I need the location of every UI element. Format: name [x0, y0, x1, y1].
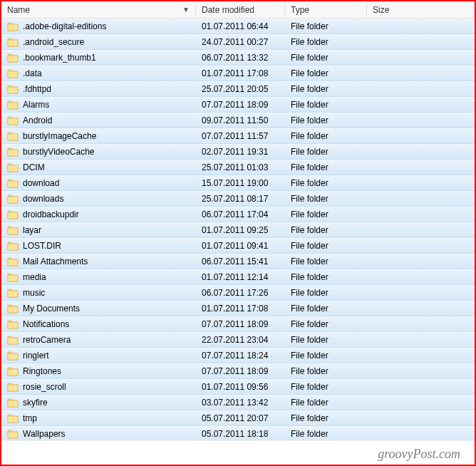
folder-icon [7, 100, 19, 110]
table-row[interactable]: layar01.07.2011 09:25File folder [1, 222, 475, 238]
table-row[interactable]: Notifications07.07.2011 18:09File folder [1, 316, 475, 332]
file-name: Alarms [23, 100, 49, 110]
file-name: layar [23, 225, 41, 235]
table-row[interactable]: Alarms07.07.2011 18:09File folder [1, 97, 475, 113]
file-name-cell: skyfire [1, 398, 196, 408]
table-row[interactable]: Wallpapers05.07.2011 18:18File folder [1, 426, 475, 440]
file-date-cell: 07.07.2011 11:57 [196, 131, 285, 141]
file-name-cell: burstlyVideoCache [1, 147, 196, 157]
file-name-cell: .android_secure [1, 37, 196, 47]
file-date-cell: 01.07.2011 09:41 [196, 241, 285, 251]
folder-icon [7, 68, 19, 78]
folder-icon [7, 413, 19, 423]
file-name: Notifications [23, 319, 69, 329]
table-row[interactable]: LOST.DIR01.07.2011 09:41File folder [1, 238, 475, 254]
file-name-cell: Wallpapers [1, 429, 196, 439]
file-name: Wallpapers [23, 429, 66, 439]
folder-icon [7, 351, 19, 361]
table-row[interactable]: .adobe-digital-editions01.07.2011 06:44F… [1, 19, 475, 34]
table-row[interactable]: .data01.07.2011 17:08File folder [1, 66, 475, 81]
file-name: Ringtones [23, 366, 61, 376]
file-name: Android [23, 115, 52, 125]
table-row[interactable]: .fdhttpd25.07.2011 20:05File folder [1, 81, 475, 97]
folder-icon [7, 194, 19, 204]
file-date-cell: 01.07.2011 17:08 [196, 68, 285, 78]
folder-icon [7, 53, 19, 63]
file-name: .data [23, 68, 42, 78]
file-type-cell: File folder [285, 84, 367, 94]
column-header-date[interactable]: Date modified [196, 2, 285, 18]
table-row[interactable]: Mail Attachments06.07.2011 15:41File fol… [1, 254, 475, 269]
table-row[interactable]: My Documents01.07.2011 17:08File folder [1, 301, 475, 316]
file-name-cell: retroCamera [1, 335, 196, 345]
table-row[interactable]: burstlyVideoCache02.07.2011 19:31File fo… [1, 144, 475, 160]
column-header-size[interactable]: Size [367, 2, 475, 18]
folder-icon [7, 162, 19, 172]
file-name: retroCamera [23, 335, 71, 345]
column-header-row: Name ▼ Date modified Type Size [1, 1, 475, 19]
file-type-cell: File folder [285, 147, 367, 157]
table-row[interactable]: tmp05.07.2011 20:07File folder [1, 410, 475, 426]
watermark: groovyPost.com [1, 440, 475, 465]
file-list: .adobe-digital-editions01.07.2011 06:44F… [1, 19, 475, 440]
file-name-cell: download [1, 178, 196, 188]
table-row[interactable]: .bookmark_thumb106.07.2011 13:32File fol… [1, 50, 475, 66]
file-name-cell: tmp [1, 413, 196, 423]
file-type-cell: File folder [285, 225, 367, 235]
table-row[interactable]: .android_secure24.07.2011 00:27File fold… [1, 34, 475, 50]
table-row[interactable]: DCIM25.07.2011 01:03File folder [1, 160, 475, 175]
file-date-cell: 03.07.2011 13:42 [196, 398, 285, 408]
table-row[interactable]: retroCamera22.07.2011 23:04File folder [1, 332, 475, 348]
file-type-cell: File folder [285, 131, 367, 141]
table-row[interactable]: burstlyImageCache07.07.2011 11:57File fo… [1, 128, 475, 144]
folder-icon [7, 429, 19, 439]
table-row[interactable]: Ringtones07.07.2011 18:09File folder [1, 363, 475, 379]
folder-icon [7, 225, 19, 235]
file-name-cell: Notifications [1, 319, 196, 329]
table-row[interactable]: rosie_scroll01.07.2011 09:56File folder [1, 379, 475, 395]
table-row[interactable]: ringlert07.07.2011 18:24File folder [1, 348, 475, 363]
column-label: Type [291, 5, 309, 15]
file-date-cell: 01.07.2011 17:08 [196, 304, 285, 314]
file-name-cell: music [1, 288, 196, 298]
folder-icon [7, 178, 19, 188]
file-type-cell: File folder [285, 319, 367, 329]
table-row[interactable]: droidbackupdir06.07.2011 17:04File folde… [1, 207, 475, 222]
file-type-cell: File folder [285, 272, 367, 282]
file-date-cell: 02.07.2011 19:31 [196, 147, 285, 157]
table-row[interactable]: media01.07.2011 12:14File folder [1, 269, 475, 285]
file-name-cell: .adobe-digital-editions [1, 21, 196, 31]
file-name-cell: droidbackupdir [1, 209, 196, 219]
file-type-cell: File folder [285, 335, 367, 345]
table-row[interactable]: music06.07.2011 17:26File folder [1, 285, 475, 301]
file-type-cell: File folder [285, 178, 367, 188]
folder-icon [7, 147, 19, 157]
file-type-cell: File folder [285, 162, 367, 172]
file-date-cell: 09.07.2011 11:50 [196, 115, 285, 125]
file-date-cell: 24.07.2011 00:27 [196, 37, 285, 47]
file-type-cell: File folder [285, 68, 367, 78]
file-name: burstlyVideoCache [23, 147, 95, 157]
file-name-cell: Mail Attachments [1, 257, 196, 266]
file-date-cell: 07.07.2011 18:09 [196, 366, 285, 376]
table-row[interactable]: downloads25.07.2011 08:17File folder [1, 191, 475, 207]
folder-icon [7, 21, 19, 31]
folder-icon [7, 209, 19, 219]
file-type-cell: File folder [285, 257, 367, 266]
table-row[interactable]: Android09.07.2011 11:50File folder [1, 113, 475, 128]
column-label: Size [373, 5, 389, 15]
column-header-type[interactable]: Type [285, 2, 367, 18]
file-date-cell: 15.07.2011 19:00 [196, 178, 285, 188]
column-header-name[interactable]: Name ▼ [1, 2, 196, 18]
folder-icon [7, 272, 19, 282]
folder-icon [7, 115, 19, 125]
file-name: .fdhttpd [23, 84, 51, 94]
table-row[interactable]: download15.07.2011 19:00File folder [1, 175, 475, 191]
file-type-cell: File folder [285, 194, 367, 204]
folder-icon [7, 257, 19, 266]
file-date-cell: 01.07.2011 09:25 [196, 225, 285, 235]
file-name-cell: rosie_scroll [1, 382, 196, 392]
table-row[interactable]: skyfire03.07.2011 13:42File folder [1, 395, 475, 410]
file-name: burstlyImageCache [23, 131, 96, 141]
folder-icon [7, 304, 19, 314]
